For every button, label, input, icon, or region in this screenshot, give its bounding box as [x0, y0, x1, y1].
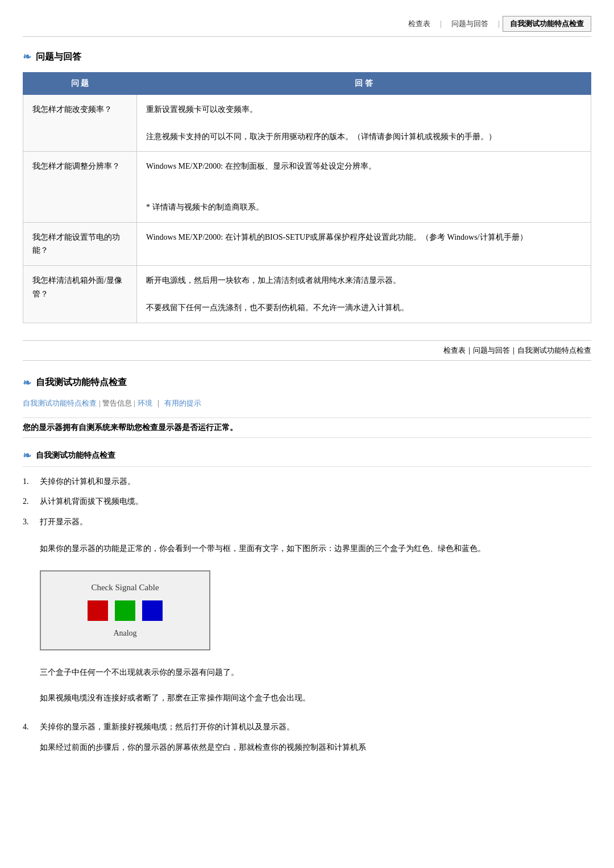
selftest-subheading-text: 自我测试功能特点检查 [36, 450, 115, 461]
col-header-question: 问 题 [23, 73, 137, 95]
subnav-link1[interactable]: 自我测试功能特点检查 [23, 398, 97, 408]
table-row: 我怎样清洁机箱外面/显像管？断开电源线，然后用一块软布，加上清洁剂或者就用纯水来… [23, 266, 591, 323]
nav-item-checklist[interactable]: 检查表 [401, 16, 437, 31]
answer-cell-2: Windows ME/XP/2000: 在计算机的BIOS-SETUP或屏幕保护… [137, 222, 591, 266]
steps-list: 1.关掉你的计算机和显示器。2.从计算机背面拔下视频电缆。3.打开显示器。 [23, 475, 591, 529]
question-cell-0: 我怎样才能改变频率？ [23, 95, 137, 152]
note-2: 如果视频电缆没有连接好或者断了，那麽在正常操作期间这个盒子也会出现。 [23, 685, 591, 711]
qa-heading-text: 问题与回答 [36, 51, 81, 63]
question-cell-3: 我怎样清洁机箱外面/显像管？ [23, 266, 137, 323]
arrow-icon-sub: ❧ [23, 449, 31, 462]
step-content-2: 从计算机背面拔下视频电缆。 [40, 495, 591, 508]
sub-nav: 自我测试功能特点检查 | 警告信息 | 环境 ｜ 有用的提示 [23, 398, 591, 408]
note-1: 三个盒子中任何一个不出现就表示你的显示器有问题了。 [23, 660, 591, 685]
step4-description: 如果经过前面的步骤后，你的显示器的屏幕依然是空白，那就检查你的视频控制器和计算机… [23, 740, 591, 754]
signal-box-title: Check Signal Cable [64, 583, 186, 592]
selftest-heading: ❧ 自我测试功能特点检查 [23, 377, 591, 389]
qa-heading: ❧ 问题与回答 [23, 51, 591, 63]
answer-cell-0: 重新设置视频卡可以改变频率。注意视频卡支持的可以不同，取决于所用驱动程序的版本。… [137, 95, 591, 152]
signal-box-wrapper: Check Signal Cable Analog [40, 570, 210, 650]
nav2-sep-2: ｜ [510, 345, 517, 356]
answer-cell-1: Windows ME/XP/2000: 在控制面板、显示和设置等处设定分辨率。*… [137, 152, 591, 222]
signal-box-subtitle: Analog [64, 629, 186, 638]
step4-list: 4. 关掉你的显示器，重新接好视频电缆；然后打开你的计算机以及显示器。 [23, 720, 591, 734]
step4-text: 关掉你的显示器，重新接好视频电缆；然后打开你的计算机以及显示器。 [40, 720, 591, 734]
step-num-1: 1. [23, 475, 40, 489]
selftest-heading-text: 自我测试功能特点检查 [36, 377, 127, 389]
subnav-link2[interactable]: 环境 [138, 398, 152, 408]
answer-cell-3: 断开电源线，然后用一块软布，加上清洁剂或者就用纯水来清洁显示器。不要残留下任何一… [137, 266, 591, 323]
table-row: 我怎样才能改变频率？重新设置视频卡可以改变频率。注意视频卡支持的可以不同，取决于… [23, 95, 591, 152]
table-row: 我怎样才能设置节电的功能？Windows ME/XP/2000: 在计算机的BI… [23, 222, 591, 266]
arrow-icon-qa: ❧ [23, 51, 31, 63]
nav2-sep-1: ｜ [466, 345, 473, 356]
question-cell-2: 我怎样才能设置节电的功能？ [23, 222, 137, 266]
info-text: 您的显示器拥有自测系统来帮助您检查显示器是否运行正常。 [23, 418, 591, 438]
arrow-icon-selftest: ❧ [23, 377, 31, 389]
col-header-answer: 回 答 [137, 73, 591, 95]
step-item-1: 1.关掉你的计算机和显示器。 [23, 475, 591, 489]
nav-item-selftest[interactable]: 自我测试功能特点检查 [503, 16, 591, 32]
step3-description: 如果你的显示器的功能是正常的，你会看到一个带与框，里面有文字，如下图所示：边界里… [23, 536, 591, 561]
subnav-sep1: | 警告信息 | [99, 398, 135, 408]
qa-table: 问 题 回 答 我怎样才能改变频率？重新设置视频卡可以改变频率。注意视频卡支持的… [23, 72, 591, 323]
color-box-2 [142, 600, 163, 621]
nav-sep-2: ｜ [495, 19, 503, 29]
nav2-item-checklist[interactable]: 检查表 [443, 345, 466, 356]
step-item-2: 2.从计算机背面拔下视频电缆。 [23, 495, 591, 508]
color-box-1 [115, 600, 135, 621]
step-num-3: 3. [23, 515, 40, 529]
bottom-nav-bar: 检查表 ｜ 问题与回答 ｜ 自我测试功能特点检查 [23, 340, 591, 361]
step-item-3: 3.打开显示器。 [23, 515, 591, 529]
question-cell-1: 我怎样才能调整分辨率？ [23, 152, 137, 222]
color-box-0 [88, 600, 108, 621]
table-row: 我怎样才能调整分辨率？Windows ME/XP/2000: 在控制面板、显示和… [23, 152, 591, 222]
subnav-link3[interactable]: 有用的提示 [164, 398, 201, 408]
step-content-1: 关掉你的计算机和显示器。 [40, 475, 591, 489]
subnav-sep2: ｜ [155, 398, 162, 408]
nav-sep-1: ｜ [437, 19, 445, 29]
top-nav-bar: 检查表 ｜ 问题与回答 ｜ 自我测试功能特点检查 [23, 11, 591, 37]
nav2-item-selftest[interactable]: 自我测试功能特点检查 [517, 345, 591, 356]
step4-item: 4. 关掉你的显示器，重新接好视频电缆；然后打开你的计算机以及显示器。 [23, 720, 591, 734]
selftest-subheading: ❧ 自我测试功能特点检查 [23, 449, 591, 467]
nav2-item-qa[interactable]: 问题与回答 [473, 345, 510, 356]
signal-box: Check Signal Cable Analog [40, 570, 210, 650]
signal-boxes-row [64, 600, 186, 621]
step-content-3: 打开显示器。 [40, 515, 591, 529]
selftest-section: ❧ 自我测试功能特点检查 自我测试功能特点检查 | 警告信息 | 环境 ｜ 有用… [23, 377, 591, 755]
nav-item-qa[interactable]: 问题与回答 [445, 16, 495, 31]
step4-num: 4. [23, 720, 40, 734]
qa-section: ❧ 问题与回答 问 题 回 答 我怎样才能改变频率？重新设置视频卡可以改变频率。… [23, 51, 591, 323]
page-wrapper: 检查表 ｜ 问题与回答 ｜ 自我测试功能特点检查 ❧ 问题与回答 问 题 回 答… [0, 0, 614, 780]
step-num-2: 2. [23, 495, 40, 508]
